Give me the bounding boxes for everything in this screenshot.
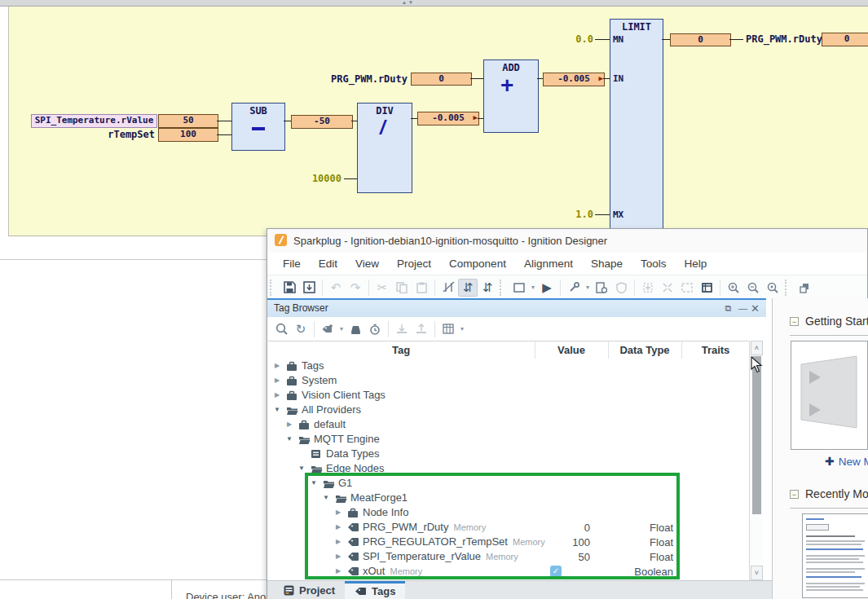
column-traits[interactable]: Traits — [702, 344, 730, 356]
fit-window-icon[interactable] — [697, 279, 716, 297]
expand-arrow-icon[interactable]: ▶ — [285, 421, 293, 428]
splitter-arrows-icon[interactable]: ▲▼ — [402, 0, 415, 6]
toolbar-grip[interactable] — [500, 280, 507, 296]
tab-tags[interactable]: Tags — [345, 581, 405, 599]
expand-arrow-icon[interactable]: ▶ — [273, 362, 281, 369]
selection-icon[interactable] — [677, 279, 697, 297]
toolbar-grip[interactable] — [270, 280, 277, 296]
save-all-icon[interactable] — [299, 279, 319, 297]
play-icon[interactable]: ▶ — [537, 279, 557, 297]
menu-edit[interactable]: Edit — [310, 258, 346, 270]
undo-icon[interactable]: ↶ — [326, 279, 346, 297]
tree-row-edge-nodes[interactable]: ▼Edge Nodes — [268, 461, 749, 476]
rectangle-tool-icon[interactable] — [509, 279, 529, 297]
tab-project[interactable]: Project — [274, 581, 345, 599]
fbd-div-out-box[interactable]: -0.005▶ — [417, 112, 479, 126]
expand-arrow-icon[interactable]: ▶ — [273, 377, 281, 384]
expand-arrow-icon[interactable]: ▶ — [334, 538, 342, 545]
comm-read-write-icon[interactable]: ⇵ — [478, 279, 497, 297]
save-icon[interactable] — [280, 279, 299, 297]
getting-started-thumbnail[interactable] — [791, 341, 868, 450]
fbd-temp-input-label[interactable]: SPI_Temperature.rValue — [31, 114, 157, 128]
float-icon[interactable]: ⧉ — [723, 303, 734, 314]
clock-icon[interactable] — [365, 320, 385, 338]
chevron-down-icon[interactable]: ▾ — [458, 325, 466, 333]
menu-project[interactable]: Project — [388, 258, 440, 270]
fbd-temp-value-box[interactable]: 50 — [158, 114, 218, 128]
menu-help[interactable]: Help — [676, 258, 716, 270]
tree-row-all-providers[interactable]: ▼All Providers — [268, 403, 749, 417]
column-config-icon[interactable] — [438, 320, 458, 338]
refresh-icon[interactable]: ↻ — [291, 320, 311, 338]
new-tag-icon[interactable] — [318, 320, 337, 338]
wrench-icon[interactable] — [564, 279, 584, 297]
tree-row-mqtt-engine[interactable]: ▼MQTT Engine — [268, 432, 749, 447]
vertical-scrollbar[interactable]: ˄ ˅ — [749, 341, 763, 580]
fbd-add-block[interactable]: ADD + — [483, 59, 539, 133]
expand-arrow-icon[interactable]: ▶ — [334, 509, 342, 516]
fbd-output-value-box[interactable]: 0 — [822, 33, 868, 46]
tree-row-node-info[interactable]: ▶Node Info — [268, 505, 749, 520]
tree-row-meatforge1[interactable]: ▼MeatForge1 — [268, 491, 749, 505]
close-icon[interactable]: ✕ — [750, 303, 760, 314]
menu-component[interactable]: Component — [440, 258, 515, 270]
zoom-in-icon[interactable] — [724, 279, 743, 297]
search-icon[interactable] — [271, 320, 291, 338]
cascade-windows-icon[interactable] — [795, 279, 814, 297]
fbd-limit-out-box[interactable]: 0 — [670, 33, 731, 46]
collapse-icon[interactable]: − — [790, 317, 799, 326]
comm-read-icon[interactable]: ⇵ — [458, 279, 478, 297]
column-tag[interactable]: Tag — [392, 344, 410, 356]
fbd-sub-out-box[interactable]: -50 — [291, 115, 353, 129]
tree-row-xout[interactable]: ▶xOutMemory✓Boolean — [268, 564, 749, 579]
tree-row-vision-client-tags[interactable]: ▶Vision Client Tags — [268, 388, 749, 403]
tree-row-tags[interactable]: ▶Tags — [268, 359, 749, 373]
minimize-icon[interactable]: ― — [738, 303, 748, 314]
zoom-reset-icon[interactable] — [763, 279, 782, 297]
fbd-add-out-box[interactable]: -0.005▶ — [543, 73, 605, 86]
collapse-arrow-icon[interactable]: ▼ — [310, 479, 318, 487]
tree-row-system[interactable]: ▶System — [268, 373, 749, 388]
redo-icon[interactable]: ↷ — [346, 279, 365, 297]
shrink-icon[interactable] — [658, 279, 677, 297]
tree-row-data-types[interactable]: Data Types — [268, 447, 749, 461]
tag-browser-titlebar[interactable]: Tag Browser ⧉ ― ✕ — [267, 300, 766, 318]
fbd-sub-block[interactable]: SUB — [231, 103, 285, 151]
expand-arrow-icon[interactable]: ▶ — [273, 391, 281, 399]
collapse-arrow-icon[interactable]: ▼ — [285, 435, 293, 443]
expand-arrow-icon[interactable]: ▶ — [334, 567, 342, 575]
scroll-up-icon[interactable]: ˄ — [751, 341, 763, 355]
import-icon[interactable] — [392, 320, 412, 338]
column-datatype[interactable]: Data Type — [619, 344, 669, 356]
menu-shape[interactable]: Shape — [582, 258, 632, 270]
scrollbar-thumb[interactable] — [752, 356, 761, 514]
menu-tools[interactable]: Tools — [632, 258, 676, 270]
boolean-checkbox-checked[interactable]: ✓ — [550, 566, 562, 577]
toolbar-grip[interactable] — [785, 280, 792, 296]
project-properties-icon[interactable] — [592, 279, 611, 297]
new-main-window-link[interactable]: ✚ New Main Window — [825, 455, 868, 468]
collapse-arrow-icon[interactable]: ▼ — [273, 406, 281, 413]
tree-row-spi-temperature-rvalue[interactable]: ▶SPI_Temperature_rValueMemory50Float — [268, 549, 749, 564]
menu-view[interactable]: View — [346, 258, 388, 270]
fbd-div-block[interactable]: DIV / — [357, 103, 412, 193]
recently-modified-thumbnail[interactable] — [802, 513, 868, 598]
chevron-down-icon[interactable]: ▾ — [337, 325, 346, 333]
menu-alignment[interactable]: Alignment — [515, 258, 582, 270]
export-icon[interactable] — [412, 320, 431, 338]
zoom-out-icon[interactable] — [743, 279, 763, 297]
tree-row-default[interactable]: ▶default — [268, 417, 749, 432]
device-icon[interactable] — [346, 320, 365, 338]
tree-row-prg-regulator-rtempset[interactable]: ▶PRG_REGULATOR_rTempSetMemory100Float — [268, 535, 749, 549]
fbd-pwm-feedback-box[interactable]: 0 — [411, 73, 472, 86]
chevron-down-icon[interactable]: ▾ — [584, 284, 592, 291]
tree-row-prg-pwm-rduty[interactable]: ▶PRG_PWM_rDutyMemory0Float — [268, 520, 749, 535]
paste-icon[interactable] — [412, 279, 431, 297]
collapse-icon[interactable]: − — [790, 490, 799, 499]
menu-file[interactable]: File — [274, 258, 310, 270]
fbd-setpoint-value-box[interactable]: 100 — [158, 128, 218, 142]
tree-row-g1[interactable]: ▼G1 — [268, 476, 749, 491]
column-value[interactable]: Value — [557, 344, 585, 356]
collapse-arrow-icon[interactable]: ▼ — [297, 465, 306, 472]
collapse-arrow-icon[interactable]: ▼ — [322, 494, 330, 501]
